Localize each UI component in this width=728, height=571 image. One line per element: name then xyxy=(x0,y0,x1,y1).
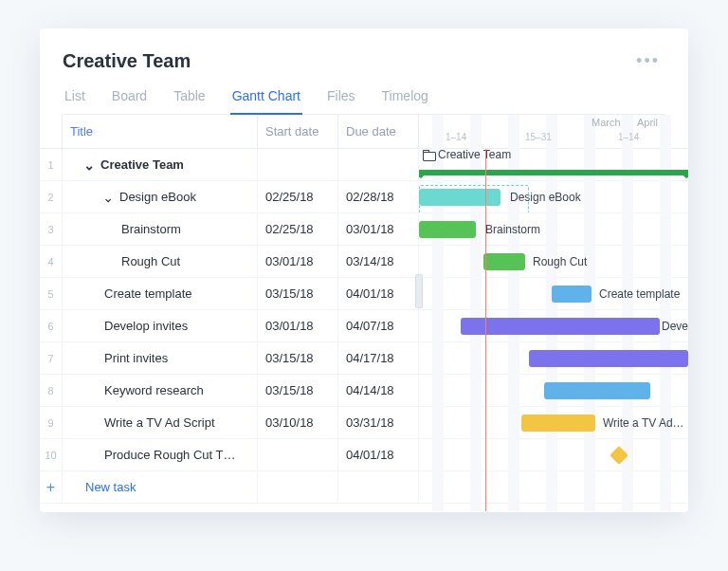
gantt-parent-label: Creative Team xyxy=(423,149,511,164)
row-title-text: Brainstorm xyxy=(121,222,181,236)
table-row[interactable]: 8Keyword research03/15/1804/14/18 xyxy=(40,375,688,407)
gantt-bar-label: Write a TV Ad… xyxy=(603,407,684,438)
row-due-date[interactable]: 04/17/18 xyxy=(338,342,419,374)
gantt-bar[interactable] xyxy=(544,382,650,399)
table-row[interactable]: 4Rough Cut03/01/1803/14/18Rough Cut xyxy=(40,246,688,278)
timeline-month: April xyxy=(637,117,658,128)
row-title-text: Design eBook xyxy=(119,190,196,204)
row-title[interactable]: Produce Rough Cut T… xyxy=(63,439,258,470)
table-row[interactable]: 2⌃Design eBook02/25/1802/28/18Design eBo… xyxy=(40,181,688,213)
row-title[interactable]: ⌃Creative Team xyxy=(63,149,258,180)
col-start-date[interactable]: Start date xyxy=(258,115,338,148)
row-due-date[interactable] xyxy=(338,149,419,180)
row-due-date[interactable]: 04/07/18 xyxy=(338,310,419,341)
column-splitter[interactable] xyxy=(415,274,423,308)
row-start-date[interactable] xyxy=(258,149,338,180)
row-number: 9 xyxy=(40,407,63,438)
table-row[interactable]: 1⌃Creative TeamCreative Team xyxy=(40,149,688,181)
row-start-date[interactable]: 02/25/18 xyxy=(258,181,338,212)
new-task-row[interactable]: + New task xyxy=(40,471,688,504)
page-title: Creative Team xyxy=(63,50,191,72)
row-due-date[interactable]: 03/31/18 xyxy=(338,407,419,438)
header: Creative Team ••• ListBoardTableGantt Ch… xyxy=(40,28,688,115)
col-number xyxy=(40,115,63,148)
table-row[interactable]: 7Print invites03/15/1804/17/18 xyxy=(40,342,688,375)
gantt-bar[interactable] xyxy=(461,318,660,335)
row-title[interactable]: Write a TV Ad Script xyxy=(63,407,258,438)
table-row[interactable]: 6Develop invites03/01/1804/07/18Develop… xyxy=(40,310,688,342)
gantt-bar[interactable] xyxy=(483,253,525,270)
col-due-date[interactable]: Due date xyxy=(338,115,419,148)
gantt-parent-bar[interactable] xyxy=(419,170,688,175)
gantt-milestone[interactable] xyxy=(610,446,628,465)
tab-files[interactable]: Files xyxy=(325,88,357,114)
row-start-date[interactable]: 03/01/18 xyxy=(258,246,338,277)
gantt-group-outline xyxy=(419,185,529,212)
row-due-date[interactable]: 03/14/18 xyxy=(338,246,419,277)
row-gantt-cell[interactable] xyxy=(419,439,688,470)
row-gantt-cell[interactable] xyxy=(419,375,688,406)
tab-list[interactable]: List xyxy=(63,88,87,114)
add-icon[interactable]: + xyxy=(40,471,63,503)
row-title-text: Rough Cut xyxy=(121,254,180,268)
row-title[interactable]: Rough Cut xyxy=(63,246,258,277)
row-title[interactable]: Brainstorm xyxy=(63,213,258,245)
row-title-text: Creative Team xyxy=(100,157,184,172)
tab-gantt-chart[interactable]: Gantt Chart xyxy=(230,88,302,115)
chevron-down-icon[interactable]: ⌃ xyxy=(85,158,95,172)
gantt-bar-label: Develop… xyxy=(662,310,688,341)
table-row[interactable]: 9Write a TV Ad Script03/10/1803/31/18Wri… xyxy=(40,407,688,439)
row-number: 7 xyxy=(40,342,63,374)
gantt-bar[interactable] xyxy=(419,221,476,238)
row-start-date[interactable] xyxy=(258,439,338,470)
gantt-bar[interactable] xyxy=(529,350,688,367)
row-title-text: Produce Rough Cut T… xyxy=(104,448,236,462)
gantt-bar[interactable] xyxy=(552,286,592,303)
row-number: 2 xyxy=(40,181,63,212)
row-title-text: Write a TV Ad Script xyxy=(104,415,215,430)
row-gantt-cell[interactable]: Write a TV Ad… xyxy=(419,407,688,438)
timeline-header[interactable]: MarchApril 1–1415–311–14 xyxy=(419,115,688,148)
table-row[interactable]: 10Produce Rough Cut T…04/01/18 xyxy=(40,439,688,471)
row-start-date[interactable]: 03/15/18 xyxy=(258,375,338,406)
chevron-down-icon[interactable]: ⌃ xyxy=(104,191,114,204)
row-due-date[interactable]: 04/01/18 xyxy=(338,278,419,309)
more-menu-icon[interactable]: ••• xyxy=(630,47,665,75)
row-gantt-cell[interactable]: Develop… xyxy=(419,310,688,341)
row-gantt-cell[interactable]: Brainstorm xyxy=(419,213,688,245)
row-start-date[interactable]: 03/10/18 xyxy=(258,407,338,438)
row-gantt-cell[interactable]: Creative Team xyxy=(419,149,688,180)
row-number: 5 xyxy=(40,278,63,309)
row-due-date[interactable]: 04/14/18 xyxy=(338,375,419,406)
tab-board[interactable]: Board xyxy=(110,88,149,114)
table-row[interactable]: 3Brainstorm02/25/1803/01/18Brainstorm xyxy=(40,213,688,246)
row-gantt-cell[interactable]: Design eBook xyxy=(419,181,688,212)
new-task-start xyxy=(258,471,338,503)
new-task-label[interactable]: New task xyxy=(63,471,258,503)
row-title[interactable]: ⌃Design eBook xyxy=(63,181,258,212)
row-due-date[interactable]: 03/01/18 xyxy=(338,213,419,245)
body: Title Start date Due date MarchApril 1–1… xyxy=(40,115,688,511)
row-due-date[interactable]: 04/01/18 xyxy=(338,439,419,470)
tab-timelog[interactable]: Timelog xyxy=(380,88,430,114)
row-start-date[interactable]: 02/25/18 xyxy=(258,213,338,245)
gantt-bar[interactable] xyxy=(521,414,595,432)
row-gantt-cell[interactable] xyxy=(419,342,688,374)
timeline-range: 15–31 xyxy=(525,132,552,142)
row-title[interactable]: Develop invites xyxy=(63,310,258,341)
row-start-date[interactable]: 03/15/18 xyxy=(258,342,338,374)
gantt-bar-label: Brainstorm xyxy=(485,213,540,245)
row-gantt-cell[interactable]: Create template xyxy=(419,278,688,309)
row-number: 3 xyxy=(40,213,63,245)
row-start-date[interactable]: 03/15/18 xyxy=(258,278,338,309)
table-row[interactable]: 5Create template03/15/1804/01/18Create t… xyxy=(40,278,688,310)
row-start-date[interactable]: 03/01/18 xyxy=(258,310,338,341)
row-title[interactable]: Print invites xyxy=(63,342,258,374)
row-due-date[interactable]: 02/28/18 xyxy=(338,181,419,212)
row-title[interactable]: Create template xyxy=(63,278,258,309)
col-title[interactable]: Title xyxy=(63,115,258,148)
row-title[interactable]: Keyword research xyxy=(63,375,258,406)
row-title-text: Develop invites xyxy=(104,319,188,333)
row-gantt-cell[interactable]: Rough Cut xyxy=(419,246,688,277)
tab-table[interactable]: Table xyxy=(172,88,207,114)
